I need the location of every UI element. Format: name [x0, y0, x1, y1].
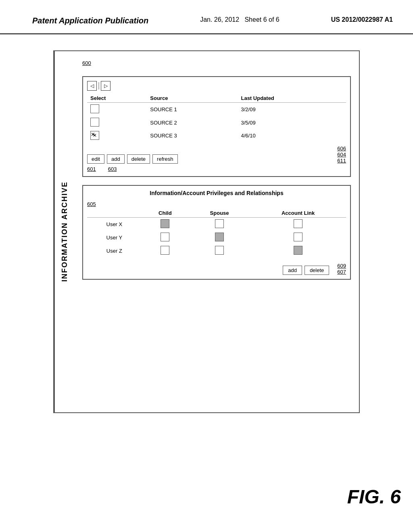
fig-label: FIG. 6 [347, 486, 401, 508]
publication-date: Jan. 26, 2012 Sheet 6 of 6 [200, 16, 280, 23]
usery-account-cell[interactable] [250, 231, 346, 244]
userx-child-checkbox[interactable] [161, 219, 169, 228]
source-table: Select Source Last Updated SOURCE 1 3/2/… [87, 94, 346, 141]
ref-rel-labels: 609 607 [337, 263, 346, 275]
usery-account-checkbox[interactable] [294, 233, 302, 241]
edit-button[interactable]: edit [87, 154, 104, 164]
rel-table: Child Spouse Account Link User X [87, 209, 346, 258]
user-z-label: User Z [87, 244, 142, 258]
archive-label: INFORMATION ARCHIVE [54, 51, 74, 412]
add-button[interactable]: add [107, 154, 125, 164]
source-panel: ◁ ▷ Select Source Last Updated [82, 76, 351, 177]
ref-labels-right: 606 604 611 [337, 145, 346, 164]
usery-spouse-checkbox[interactable] [215, 233, 224, 241]
userz-spouse-checkbox[interactable] [215, 246, 224, 255]
diagram-outer-box: INFORMATION ARCHIVE 600 ◁ ▷ [53, 50, 360, 413]
updated-date-1: 3/2/09 [238, 103, 346, 116]
col-source: Source [147, 94, 238, 103]
rel-row-usery: User Y [87, 231, 346, 244]
ref-labels-bottom: 601 603 [87, 166, 346, 172]
col-user [87, 209, 142, 218]
table-row: SOURCE 2 3/5/09 [87, 116, 346, 129]
source-panel-header: ◁ ▷ [87, 81, 346, 91]
userx-child-cell[interactable] [142, 218, 189, 231]
ref-605-label: 605 [87, 201, 346, 207]
col-child: Child [142, 209, 189, 218]
col-last-updated: Last Updated [238, 94, 346, 103]
scroll-progress [98, 82, 99, 89]
usery-spouse-cell[interactable] [189, 231, 250, 244]
source-btn-group: edit add delete refresh [87, 154, 178, 164]
userx-account-cell[interactable] [250, 218, 346, 231]
usery-child-checkbox[interactable] [161, 233, 169, 241]
col-select: Select [87, 94, 147, 103]
userz-child-cell[interactable] [142, 244, 189, 258]
right-arrow-btn[interactable]: ▷ [101, 81, 111, 91]
checkbox-cell[interactable]: ✕ [87, 129, 147, 141]
table-row: SOURCE 1 3/2/09 [87, 103, 346, 116]
userx-spouse-checkbox[interactable] [215, 219, 224, 228]
col-spouse: Spouse [189, 209, 250, 218]
usery-child-cell[interactable] [142, 231, 189, 244]
checkbox-source3[interactable]: ✕ [90, 131, 99, 140]
page-header: Patent Application Publication Jan. 26, … [0, 0, 413, 34]
userz-child-checkbox[interactable] [161, 246, 169, 255]
source-name-3: SOURCE 3 [147, 129, 238, 141]
publication-number: US 2012/0022987 A1 [331, 16, 393, 23]
rel-delete-button[interactable]: delete [305, 266, 329, 275]
checkbox-source2[interactable] [90, 118, 99, 127]
rel-panel-title: Information/Account Privileges and Relat… [87, 190, 346, 196]
userz-account-cell[interactable] [250, 244, 346, 258]
userz-account-checkbox[interactable] [294, 246, 302, 255]
updated-date-3: 4/6/10 [238, 129, 346, 141]
main-content: INFORMATION ARCHIVE 600 ◁ ▷ [0, 34, 413, 429]
updated-date-2: 3/5/09 [238, 116, 346, 129]
col-account-link: Account Link [250, 209, 346, 218]
refresh-button[interactable]: refresh [152, 154, 177, 164]
userz-spouse-cell[interactable] [189, 244, 250, 258]
table-row: ✕ SOURCE 3 4/6/10 [87, 129, 346, 141]
publication-title: Patent Application Publication [32, 16, 148, 25]
rel-add-button[interactable]: add [283, 266, 302, 275]
checkbox-cell[interactable] [87, 116, 147, 129]
ref-600-label: 600 [82, 59, 351, 66]
left-arrow-btn[interactable]: ◁ [87, 81, 97, 91]
right-section: 600 ◁ ▷ Select Source [74, 51, 359, 412]
source-name-1: SOURCE 1 [147, 103, 238, 116]
nav-arrows: ◁ ▷ [87, 81, 111, 91]
rel-row-userz: User Z [87, 244, 346, 258]
user-x-label: User X [87, 218, 142, 231]
source-name-2: SOURCE 2 [147, 116, 238, 129]
userx-spouse-cell[interactable] [189, 218, 250, 231]
rel-row-userx: User X [87, 218, 346, 231]
user-y-label: User Y [87, 231, 142, 244]
rel-panel: Information/Account Privileges and Relat… [82, 185, 351, 280]
checkbox-cell[interactable] [87, 103, 147, 116]
rel-btn-group: add delete [283, 266, 329, 275]
userx-account-checkbox[interactable] [294, 219, 302, 228]
checkbox-source1[interactable] [90, 104, 99, 113]
delete-button[interactable]: delete [127, 154, 150, 164]
